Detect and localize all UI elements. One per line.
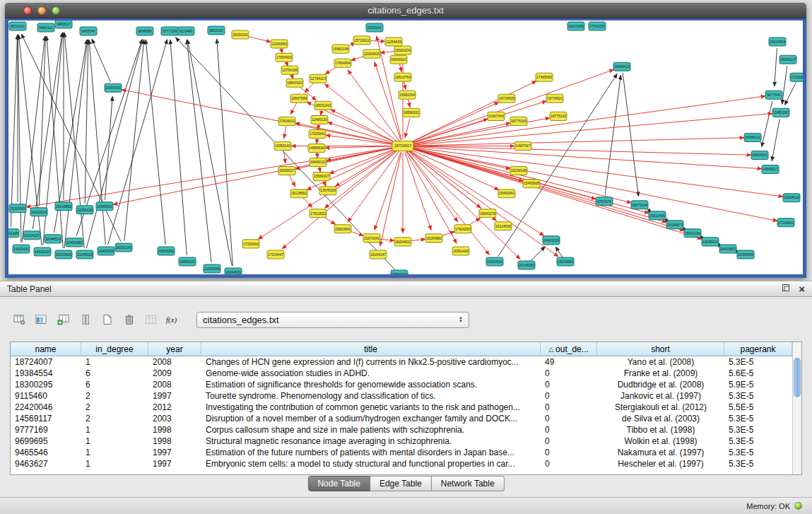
column-header-short[interactable]: short xyxy=(597,342,724,356)
graph-node[interactable]: 16849102 xyxy=(310,158,326,167)
table-row[interactable]: 1830029562008Estimation of significance … xyxy=(11,379,801,390)
graph-node[interactable]: 15493928 xyxy=(523,180,540,188)
function-builder-button[interactable]: f(x) xyxy=(163,310,182,329)
row-height-button[interactable] xyxy=(76,310,95,329)
graph-node[interactable]: 19356142 xyxy=(274,141,291,150)
graph-edge[interactable] xyxy=(85,40,88,204)
graph-edge[interactable] xyxy=(408,151,521,259)
graph-node[interactable]: 20154873 xyxy=(666,221,683,229)
delete-table-button[interactable] xyxy=(119,310,139,329)
graph-edge[interactable] xyxy=(302,197,312,207)
graph-node[interactable]: 11607427 xyxy=(514,141,531,150)
graph-node[interactable]: 17540281 xyxy=(589,22,606,30)
graph-edge[interactable] xyxy=(380,152,401,246)
graph-node[interactable]: 16943412 xyxy=(613,62,630,71)
graph-edge[interactable] xyxy=(409,138,744,146)
graph-edge[interactable] xyxy=(326,135,396,145)
graph-edge[interactable] xyxy=(26,147,396,207)
graph-node[interactable]: 6791975 xyxy=(596,197,613,206)
column-header-pagerank[interactable]: pagerank xyxy=(724,342,792,356)
graph-edge[interactable] xyxy=(623,73,638,197)
graph-node[interactable]: 19312405 xyxy=(649,211,666,220)
column-header-out-de-[interactable]: △out_de... xyxy=(541,342,597,356)
graph-node[interactable]: 18041295 xyxy=(8,229,19,238)
graph-node[interactable]: 17103412 xyxy=(777,218,794,227)
graph-node[interactable]: 25265905 xyxy=(9,204,26,213)
graph-node[interactable]: 15582264 xyxy=(399,90,416,99)
table-vertical-scrollbar[interactable] xyxy=(792,342,801,474)
graph-edge[interactable] xyxy=(86,40,143,249)
table-row[interactable]: 1872400712008Changes of HCN gene express… xyxy=(11,356,801,368)
graph-node[interactable]: 15823941 xyxy=(334,225,351,233)
graph-node[interactable]: 18566201 xyxy=(403,108,420,117)
graph-edge[interactable] xyxy=(409,148,702,239)
graph-node[interactable]: 15158148 xyxy=(510,167,527,175)
graph-node[interactable]: 9823140 xyxy=(208,26,225,35)
graph-edge[interactable] xyxy=(784,83,796,105)
graph-node[interactable]: 24103518 xyxy=(30,208,47,216)
graph-node[interactable]: 9460312 xyxy=(37,23,54,32)
graph-edge[interactable] xyxy=(775,48,777,86)
graph-edge[interactable] xyxy=(399,63,401,72)
graph-node[interactable]: 18160241 xyxy=(232,30,249,39)
graph-edge[interactable] xyxy=(170,40,187,255)
graph-edge[interactable] xyxy=(762,101,772,147)
graph-node[interactable]: 20153426 xyxy=(55,250,72,259)
graph-edge[interactable] xyxy=(108,40,167,245)
graph-node[interactable]: 15584327 xyxy=(313,173,330,181)
graph-node[interactable]: 19245013 xyxy=(702,238,719,246)
table-row[interactable]: 1456911722003Disruption of a novel membe… xyxy=(11,413,801,424)
graph-edge[interactable] xyxy=(305,83,314,93)
graph-node[interactable]: 19734935 xyxy=(498,94,515,103)
graph-node[interactable]: 20348516 xyxy=(45,235,61,243)
graph-node[interactable]: 13975028 xyxy=(319,187,336,195)
import-table-button[interactable] xyxy=(141,310,160,329)
graph-node[interactable]: 20567051 xyxy=(105,83,122,92)
graph-node[interactable]: 14984530 xyxy=(308,144,325,152)
graph-node[interactable]: 20145382 xyxy=(518,261,535,269)
graph-node[interactable]: 15154982 xyxy=(425,234,442,243)
column-header-name[interactable]: name xyxy=(11,342,81,356)
graph-edge[interactable] xyxy=(408,81,536,143)
edit-columns-button[interactable] xyxy=(54,310,73,329)
graph-edge[interactable] xyxy=(11,35,17,227)
graph-node[interactable]: 15493941 xyxy=(498,189,515,198)
new-document-button[interactable] xyxy=(98,310,117,329)
graph-node[interactable]: 27818012 xyxy=(278,117,295,125)
graph-node[interactable]: 9699695 xyxy=(136,27,153,35)
graph-node[interactable]: 12485130 xyxy=(311,115,328,124)
graph-node[interactable]: 18679134 xyxy=(631,201,648,209)
graph-node[interactable]: 16824301 xyxy=(751,151,768,160)
scrollbar-thumb[interactable] xyxy=(794,358,801,397)
graph-node[interactable]: 19845103 xyxy=(179,257,196,266)
graph-node[interactable]: 15913404 xyxy=(769,37,786,46)
graph-node[interactable]: 14569117 xyxy=(762,165,779,174)
graph-node[interactable]: 22054138 xyxy=(76,206,93,214)
graph-node[interactable]: 20072041 xyxy=(363,234,380,243)
graph-hub-node[interactable]: 18724007 xyxy=(392,141,413,151)
graph-edge[interactable] xyxy=(307,148,397,189)
graph-node[interactable]: 18534120 xyxy=(34,247,51,256)
graph-node[interactable]: 19234157 xyxy=(23,231,40,240)
graph-edge[interactable] xyxy=(146,40,165,245)
graph-edge[interactable] xyxy=(217,39,233,266)
graph-edge[interactable] xyxy=(408,148,499,189)
graph-edge[interactable] xyxy=(409,119,488,144)
tab-network-table[interactable]: Network Table xyxy=(432,476,505,491)
graph-node[interactable]: 21045318 xyxy=(76,250,93,259)
graph-node[interactable]: 18160204 xyxy=(394,46,411,54)
graph-node[interactable]: 17913502 xyxy=(310,209,326,218)
graph-node[interactable]: 17325402 xyxy=(242,240,259,248)
show-columns-button[interactable] xyxy=(32,310,51,329)
graph-node[interactable]: 22260815 xyxy=(363,49,380,58)
graph-node[interactable]: 13204518 xyxy=(783,194,800,202)
graph-edge[interactable] xyxy=(409,123,511,145)
graph-edge[interactable] xyxy=(122,90,396,145)
graph-node[interactable]: 18264531 xyxy=(225,268,242,274)
graph-node[interactable]: 19025431 xyxy=(13,245,30,253)
graph-edge[interactable] xyxy=(92,39,111,82)
table-row[interactable]: 977716911998Corpus callosum shape and si… xyxy=(11,424,801,436)
graph-node[interactable]: 18253140 xyxy=(115,243,132,252)
graph-node[interactable]: 21453082 xyxy=(66,238,83,247)
graph-node[interactable]: 8533012 xyxy=(9,22,26,30)
